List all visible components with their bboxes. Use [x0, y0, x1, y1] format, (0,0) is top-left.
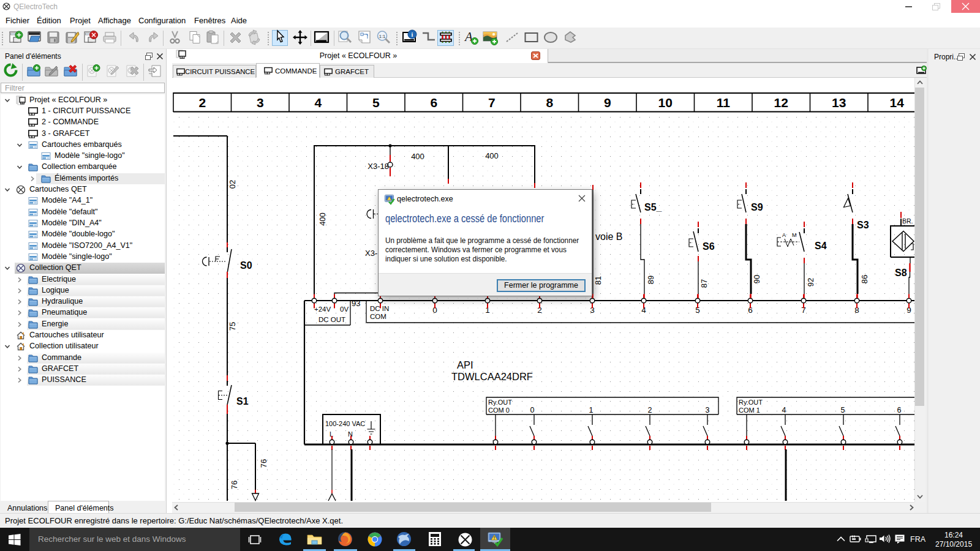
svg-text:86: 86	[860, 275, 869, 283]
svg-text:COM: COM	[370, 313, 386, 320]
svg-text:81: 81	[594, 276, 603, 285]
svg-text:1: 1	[589, 406, 594, 414]
svg-text:BR.: BR.	[902, 217, 913, 225]
svg-text:X3-18: X3-18	[368, 162, 389, 171]
svg-text:6: 6	[430, 96, 437, 110]
svg-text:M: M	[792, 232, 797, 238]
svg-text:3: 3	[257, 96, 264, 110]
svg-text:COM 0: COM 0	[488, 407, 510, 414]
svg-text:87: 87	[699, 279, 709, 288]
svg-text:400: 400	[485, 151, 499, 160]
svg-text:02: 02	[228, 180, 237, 189]
svg-text:1:1: 1:1	[379, 34, 385, 39]
svg-text:S1: S1	[236, 396, 249, 407]
svg-text:S9: S9	[751, 202, 763, 212]
svg-text:S3: S3	[857, 220, 869, 230]
svg-text:76: 76	[259, 459, 268, 468]
svg-text:100-240 VAC: 100-240 VAC	[325, 420, 365, 427]
svg-text:i: i	[412, 31, 413, 38]
svg-text:2: 2	[648, 406, 652, 414]
svg-text:3: 3	[706, 406, 710, 414]
svg-text:76: 76	[230, 481, 239, 489]
svg-text:11: 11	[717, 96, 731, 110]
svg-text:90: 90	[752, 275, 761, 283]
svg-text:0: 0	[530, 406, 535, 414]
svg-text:6: 6	[897, 406, 902, 414]
svg-text:93: 93	[352, 299, 360, 308]
svg-text:2: 2	[198, 96, 206, 110]
svg-text:4: 4	[782, 406, 786, 414]
svg-text:12: 12	[774, 96, 788, 110]
svg-text:14: 14	[890, 96, 905, 110]
svg-text:Ry.OUT: Ry.OUT	[488, 399, 512, 406]
svg-text:92: 92	[806, 278, 815, 287]
svg-text:COM 1: COM 1	[739, 407, 760, 414]
svg-text:400: 400	[411, 152, 424, 161]
svg-text:400: 400	[318, 212, 327, 226]
svg-text:S0: S0	[240, 260, 252, 271]
svg-text:89: 89	[646, 276, 655, 284]
svg-text:Ry.OUT: Ry.OUT	[739, 399, 763, 406]
svg-text:4: 4	[314, 96, 322, 110]
svg-text:S4: S4	[815, 241, 827, 251]
svg-text:voie B: voie B	[595, 231, 622, 242]
svg-text:0V: 0V	[340, 305, 349, 313]
svg-text:X3-: X3-	[365, 249, 377, 258]
svg-text:75: 75	[228, 322, 237, 331]
svg-text:DC IN: DC IN	[370, 305, 389, 312]
svg-text:8: 8	[546, 96, 553, 110]
svg-text:S8: S8	[895, 268, 907, 278]
svg-text:7: 7	[488, 96, 496, 110]
svg-text:!: !	[494, 536, 495, 540]
svg-text:API: API	[457, 359, 473, 370]
svg-text:5: 5	[841, 406, 845, 414]
svg-text:9: 9	[604, 96, 611, 110]
svg-text:10: 10	[658, 96, 673, 110]
svg-text:13: 13	[832, 96, 846, 110]
svg-text:TDWLCAA24DRF: TDWLCAA24DRF	[451, 371, 533, 382]
svg-text:A: A	[782, 232, 786, 238]
svg-text:S6: S6	[703, 241, 715, 252]
svg-text:S5_: S5_	[644, 202, 663, 212]
svg-text:+24V: +24V	[314, 305, 331, 313]
svg-text:5: 5	[372, 96, 380, 110]
svg-text:DC OUT: DC OUT	[318, 316, 345, 323]
